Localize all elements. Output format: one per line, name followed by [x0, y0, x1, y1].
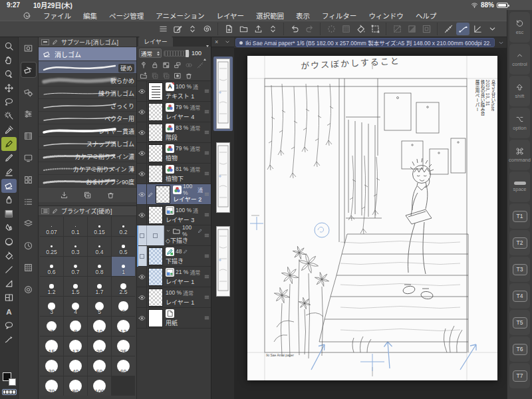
tool-hand[interactable]: [1, 53, 17, 67]
edge-key-T2[interactable]: T2: [509, 230, 530, 255]
brush-size-0.7[interactable]: 0.7: [64, 257, 87, 276]
brush-size-0.07[interactable]: 0.07: [40, 217, 63, 236]
brush-size-25[interactable]: 25: [112, 336, 135, 356]
subtool-group-eraser[interactable]: 消しゴム: [39, 47, 136, 61]
close-icon[interactable]: ×: [215, 39, 218, 45]
lock-transparent-button[interactable]: [161, 61, 172, 69]
tool-balloon[interactable]: [1, 319, 17, 332]
brush-size-1.7[interactable]: 1.7: [88, 277, 111, 296]
blend-mode-select[interactable]: 通常: [139, 49, 162, 58]
subtool-item-5[interactable]: レイヤー貫通: [39, 124, 136, 137]
dock-navigator[interactable]: [21, 40, 37, 56]
snap-grid-button[interactable]: [471, 23, 484, 35]
tool-figure[interactable]: [1, 263, 17, 277]
subtool-item-6[interactable]: スナップ消しゴム: [39, 137, 136, 150]
layer-row-7[interactable]: 100 %◇下描き: [137, 225, 211, 246]
collapse-button[interactable]: [186, 23, 199, 35]
layer-drag-handle[interactable]: [203, 287, 211, 307]
layer-thumbnail[interactable]: [148, 124, 163, 142]
layer-thumbnail[interactable]: [148, 309, 163, 327]
edge-key-T4[interactable]: T4: [509, 283, 530, 309]
subtool-delete-subtool-button[interactable]: [106, 191, 115, 200]
chevron-down-icon[interactable]: [224, 39, 231, 45]
tool-operate[interactable]: [1, 67, 17, 81]
layer-thumbnail[interactable]: [148, 103, 163, 121]
tool-ruler[interactable]: [1, 277, 17, 291]
brush-size-0.25[interactable]: 0.25: [40, 237, 63, 256]
brush-size-0.4[interactable]: 0.4: [88, 237, 111, 256]
edge-key-T7[interactable]: T7: [509, 363, 530, 388]
brush-size-8[interactable]: 8: [64, 317, 87, 336]
layer-row-9[interactable]: 21 %通常レイヤー 1: [137, 267, 211, 287]
export-up-button[interactable]: [251, 23, 265, 35]
brush-size-0.1[interactable]: 0.1: [64, 217, 87, 236]
edge-key-T6[interactable]: T6: [509, 336, 530, 362]
transform-button[interactable]: [368, 23, 382, 35]
dock-brush-shape[interactable]: [21, 106, 37, 122]
layer-visibility-toggle[interactable]: [137, 308, 147, 328]
color-history-strip[interactable]: [2, 389, 17, 395]
layer-thumbnail[interactable]: [148, 165, 163, 183]
subtool-item-7[interactable]: カケアミ削りメイン濃: [39, 150, 136, 162]
layer-visibility-toggle[interactable]: [137, 122, 147, 142]
subtool-item-4[interactable]: ベクター用: [39, 112, 136, 124]
layer-drag-handle[interactable]: [203, 122, 211, 142]
panel-menu-icon[interactable]: [41, 208, 49, 214]
subtool-item-9[interactable]: おまけブラシ90度: [39, 175, 136, 188]
tool-eraser[interactable]: [1, 179, 17, 193]
menu-item-5[interactable]: 選択範囲: [256, 11, 284, 21]
edge-key-space[interactable]: space: [509, 172, 530, 202]
subtool-item-2[interactable]: 練り消しゴム: [39, 86, 136, 99]
edge-key-T5[interactable]: T5: [509, 310, 530, 335]
layer-tab[interactable]: レイヤー: [138, 37, 173, 47]
layer-thumbnail[interactable]: [148, 82, 163, 100]
processing-button[interactable]: [325, 23, 338, 35]
subtool-item-8[interactable]: カケアミ削りメイン 薄: [39, 162, 136, 175]
edge-key-T1[interactable]: T1: [509, 203, 530, 229]
menu-item-0[interactable]: ファイル: [43, 11, 71, 21]
fill-bucket-button[interactable]: [354, 23, 367, 35]
tool-brush[interactable]: [1, 151, 17, 165]
layer-mask-button[interactable]: [172, 72, 183, 80]
layer-visibility-toggle[interactable]: [137, 143, 147, 163]
brush-size-70[interactable]: 70: [40, 376, 63, 396]
dock-tool-property[interactable]: [21, 84, 37, 100]
snap-special-button[interactable]: [456, 23, 469, 35]
brush-size-100[interactable]: 100: [88, 376, 111, 396]
brush-size-30[interactable]: 30: [40, 356, 63, 376]
reference-layer-button[interactable]: [184, 61, 194, 69]
layer-row-11[interactable]: 用紙: [137, 308, 211, 329]
subtool-import-subtool-button[interactable]: [60, 191, 68, 200]
dock-auto-action[interactable]: [21, 194, 37, 209]
brush-size-0.2[interactable]: 0.2: [112, 217, 135, 236]
tool-frame-border[interactable]: [1, 291, 17, 305]
brush-size-4[interactable]: 4: [64, 297, 87, 316]
edge-key-esc[interactable]: esc: [509, 12, 530, 43]
dock-quick-access[interactable]: [21, 172, 37, 188]
menu-item-9[interactable]: ヘルプ: [416, 11, 437, 21]
tone-pattern-button[interactable]: [339, 23, 352, 35]
brush-size-10[interactable]: 10: [88, 317, 111, 336]
brush-size-7[interactable]: 7: [40, 317, 63, 336]
layer-row-4[interactable]: 81 %通常植物下: [137, 164, 211, 184]
lock-layer-button[interactable]: [150, 61, 160, 69]
layer-row-5[interactable]: 100 %通レイヤー 2: [137, 184, 211, 205]
menu-item-4[interactable]: レイヤー: [216, 11, 244, 21]
clip-at-layer-button[interactable]: [172, 61, 183, 69]
brush-size-50[interactable]: 50: [88, 356, 111, 376]
subtool-duplicate-subtool-button[interactable]: [83, 191, 92, 200]
brush-size-17[interactable]: 17: [64, 336, 87, 356]
layer-visibility-toggle[interactable]: [137, 267, 147, 287]
dock-color-wheel[interactable]: [21, 281, 37, 297]
brush-size-1[interactable]: 1: [112, 257, 135, 276]
layer-visibility-toggle[interactable]: [137, 102, 147, 122]
opacity-slider[interactable]: [164, 51, 190, 57]
opacity-stepper[interactable]: [203, 47, 209, 59]
brush-size-0.8[interactable]: 0.8: [88, 257, 111, 276]
brush-size-1.2[interactable]: 1.2: [40, 277, 63, 296]
layer-check-cell[interactable]: [137, 246, 147, 266]
brush-size-1.5[interactable]: 1.5: [64, 277, 87, 296]
tool-line-correct[interactable]: [1, 332, 17, 346]
invert-selection-button[interactable]: [405, 23, 418, 35]
menu-item-7[interactable]: フィルター: [322, 11, 356, 21]
